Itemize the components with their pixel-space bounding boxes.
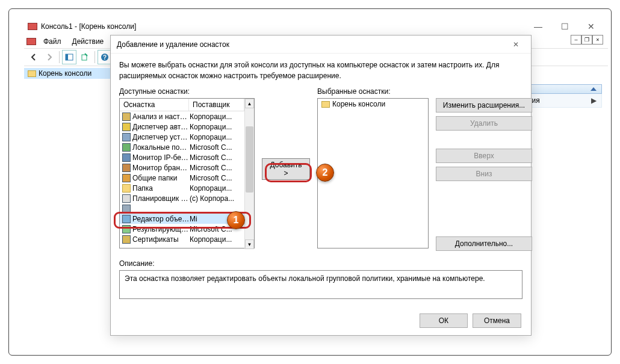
snapin-icon: [122, 123, 131, 131]
selected-root-node[interactable]: Корень консоли: [318, 99, 428, 110]
menu-file[interactable]: Файл: [39, 36, 66, 47]
annotation-number-2: 2: [316, 164, 334, 182]
export-button[interactable]: [78, 50, 92, 64]
snapin-list-body[interactable]: Анализ и настро...Корпораци... Диспетчер…: [120, 111, 244, 244]
list-item[interactable]: ПапкаКорпораци...: [120, 183, 244, 193]
svg-text:?: ?: [103, 54, 107, 61]
list-item[interactable]: Диспетчер устро...Корпораци...: [120, 132, 244, 142]
app-icon: [28, 23, 37, 30]
forward-button[interactable]: [42, 50, 57, 64]
separator: [59, 51, 60, 63]
scroll-up-button[interactable]: ▲: [245, 99, 254, 108]
mdi-icon: [26, 38, 36, 45]
scroll-thumb[interactable]: [246, 126, 253, 193]
list-item[interactable]: Анализ и настро...Корпораци...: [120, 111, 244, 122]
dialog-titlebar: Добавление и удаление оснасток ✕: [111, 35, 531, 54]
list-item[interactable]: Планировщик за...(с) Корпора...: [120, 193, 244, 203]
list-item[interactable]: СертификатыКорпораци...: [120, 234, 244, 244]
description-label: Описание:: [119, 259, 522, 268]
mdi-window-controls: – ❐ ×: [571, 35, 603, 45]
snapin-icon: [122, 164, 131, 172]
snapin-icon: [122, 184, 131, 193]
scrollbar[interactable]: ▲ ▼: [244, 99, 254, 249]
col-vendor-header[interactable]: Поставщик: [189, 99, 244, 111]
mdi-close[interactable]: ×: [592, 35, 603, 45]
list-item[interactable]: Результирующа...Microsoft C...: [120, 224, 244, 234]
separator: [95, 51, 95, 63]
move-down-button[interactable]: Вниз: [436, 167, 532, 181]
list-item[interactable]: Общие папкиMicrosoft C...: [120, 173, 244, 183]
folder-icon: [28, 70, 36, 77]
snapin-icon: [122, 113, 131, 121]
annotation-number-1: 1: [227, 211, 245, 229]
scroll-track[interactable]: [245, 108, 254, 239]
mdi-minimize[interactable]: –: [571, 35, 581, 45]
snapin-icon: [122, 194, 131, 203]
window-title: Консоль1 - [Корень консоли]: [41, 22, 136, 31]
snapin-icon: [122, 174, 131, 182]
snapin-icon: [122, 225, 131, 233]
collapse-icon[interactable]: [591, 87, 597, 91]
snapin-icon: [122, 133, 131, 141]
svg-rect-2: [82, 55, 87, 60]
back-button[interactable]: [26, 50, 41, 64]
edit-extensions-button[interactable]: Изменить расширения...: [436, 98, 532, 113]
titlebar: Консоль1 - [Корень консоли] — ☐ ✕: [24, 18, 608, 35]
list-item[interactable]: Монитор брандм...Microsoft C...: [120, 162, 244, 173]
add-button[interactable]: Добавить >: [262, 158, 310, 180]
list-item-selected[interactable]: Редактор объек...Mi: [120, 214, 244, 224]
snapin-icon: [122, 215, 131, 223]
folder-icon: [321, 101, 330, 108]
snapin-icon: [122, 143, 131, 152]
dialog-close-button[interactable]: ✕: [507, 35, 525, 54]
minimize-button[interactable]: —: [525, 18, 551, 35]
svg-rect-1: [66, 54, 68, 60]
dialog-title: Добавление и удаление оснасток: [117, 40, 229, 49]
add-remove-snapin-dialog: Добавление и удаление оснасток ✕ Вы може…: [110, 35, 532, 336]
list-item[interactable]: Диспетчер автор...Корпораци...: [120, 122, 244, 132]
maximize-button[interactable]: ☐: [551, 18, 578, 35]
selected-label: Выбранные оснастки:: [317, 87, 429, 96]
snapin-icon: [122, 153, 131, 162]
tree-root-label: Корень консоли: [39, 69, 91, 78]
snapin-icon: [122, 205, 131, 213]
available-label: Доступные оснастки:: [119, 87, 255, 96]
dialog-description: Вы можете выбрать оснастки для этой конс…: [119, 60, 522, 81]
list-item[interactable]: Монитор IP-безо...Microsoft C...: [120, 152, 244, 162]
col-snapin-header[interactable]: Оснастка: [120, 99, 189, 111]
cancel-button[interactable]: Отмена: [473, 313, 521, 328]
menu-action[interactable]: Действие: [67, 36, 109, 47]
ok-button[interactable]: ОК: [420, 313, 468, 328]
close-button[interactable]: ✕: [578, 18, 604, 35]
move-up-button[interactable]: Вверх: [436, 149, 532, 163]
chevron-right-icon: ▶: [591, 96, 597, 105]
snapin-icon: [122, 235, 131, 244]
scroll-down-button[interactable]: ▼: [245, 239, 254, 249]
list-header: Оснастка Поставщик: [120, 99, 244, 111]
show-hide-tree-button[interactable]: [62, 50, 76, 64]
remove-button[interactable]: Удалить: [436, 116, 532, 131]
advanced-button[interactable]: Дополнительно...: [436, 236, 532, 251]
list-item[interactable]: [120, 203, 244, 214]
mdi-restore[interactable]: ❐: [581, 35, 592, 45]
description-box: Эта оснастка позволяет редактировать объ…: [119, 270, 522, 299]
list-item[interactable]: Локальные поль...Microsoft C...: [120, 142, 244, 152]
